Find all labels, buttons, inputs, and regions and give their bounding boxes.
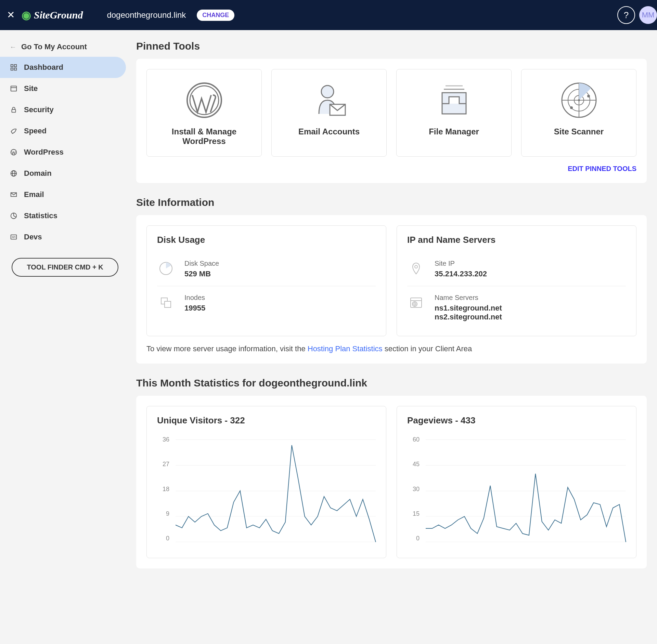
tool-icon (557, 80, 601, 121)
main-content: Pinned Tools Install & Manage WordPressE… (130, 30, 657, 579)
site-ip-icon (407, 260, 425, 277)
devs-icon (10, 233, 18, 241)
inodes-icon (157, 294, 175, 312)
ip-nameservers-title: IP and Name Servers (407, 235, 626, 245)
stats-card: Unique Visitors - 322 36271890 Pageviews… (136, 396, 647, 568)
server-usage-note: To view more server usage information, v… (146, 344, 636, 353)
speed-icon (10, 127, 18, 135)
svg-point-31 (415, 265, 417, 268)
logo-icon: ◉ (22, 9, 31, 22)
pinned-tool-card[interactable]: File Manager (396, 69, 512, 157)
logo-text: SiteGround (34, 9, 83, 21)
dashboard-icon (10, 63, 18, 71)
svg-rect-1 (14, 65, 16, 67)
y-axis-tick: 0 (157, 535, 173, 542)
sidebar-item-email[interactable]: Email (0, 184, 126, 205)
unique-visitors-panel: Unique Visitors - 322 36271890 (146, 406, 386, 558)
pinned-tool-card[interactable]: Site Scanner (521, 69, 636, 157)
tool-label: Site Scanner (554, 127, 604, 136)
disk-space-value: 529 MB (184, 270, 219, 278)
hosting-plan-statistics-link[interactable]: Hosting Plan Statistics (308, 344, 383, 353)
sidebar-item-statistics[interactable]: Statistics (0, 205, 126, 226)
site-info-title: Site Information (136, 197, 647, 208)
tool-icon (182, 80, 227, 121)
sidebar-item-wordpress[interactable]: WordPress (0, 142, 126, 163)
sidebar-item-label: Statistics (24, 211, 57, 220)
sidebar-item-label: Devs (24, 233, 42, 241)
site-icon (10, 84, 18, 93)
pageviews-chart: 604530150 (407, 436, 626, 549)
avatar[interactable]: MM (639, 6, 657, 24)
svg-point-27 (578, 99, 580, 101)
pinned-tools-card: Install & Manage WordPressEmail Accounts… (136, 59, 647, 183)
site-ip-label: Site IP (435, 260, 487, 267)
tool-label: File Manager (429, 127, 479, 136)
sidebar-item-devs[interactable]: Devs (0, 226, 126, 248)
pinned-tools-title: Pinned Tools (136, 40, 647, 52)
unique-visitors-chart: 36271890 (157, 436, 376, 549)
tool-finder-button[interactable]: TOOL FINDER CMD + K (12, 258, 118, 277)
pinned-tool-card[interactable]: Email Accounts (271, 69, 387, 157)
unique-visitors-title: Unique Visitors - 322 (157, 415, 376, 426)
y-axis-tick: 18 (157, 486, 173, 493)
sidebar-item-label: Site (24, 84, 38, 93)
sidebar-item-domain[interactable]: Domain (0, 163, 126, 184)
pageviews-title: Pageviews - 433 (407, 415, 626, 426)
disk-space-icon (157, 260, 175, 277)
go-back-label: Go To My Account (21, 42, 87, 51)
sidebar-item-label: Domain (24, 169, 52, 178)
site-info-card: Disk Usage Disk Space 529 MB (136, 215, 647, 364)
y-axis-tick: 0 (407, 535, 424, 542)
svg-rect-0 (11, 65, 13, 67)
sidebar-item-label: Speed (24, 127, 47, 135)
wordpress-icon (10, 148, 18, 156)
statistics-icon (10, 212, 18, 220)
arrow-left-icon: ← (10, 43, 16, 51)
sidebar-item-label: WordPress (24, 148, 64, 157)
sidebar-item-label: Dashboard (24, 63, 63, 72)
y-axis-tick: 27 (157, 461, 173, 468)
y-axis-tick: 36 (157, 436, 173, 443)
svg-rect-30 (165, 301, 171, 307)
svg-rect-3 (14, 68, 16, 70)
sidebar-item-site[interactable]: Site (0, 78, 126, 99)
nameserver-2: ns2.siteground.net (435, 313, 502, 321)
tool-label: Email Accounts (298, 127, 360, 136)
close-icon[interactable]: ✕ (7, 10, 15, 20)
tool-icon (307, 80, 351, 121)
logo[interactable]: ◉ SiteGround (22, 9, 83, 22)
y-axis-tick: 45 (407, 461, 424, 468)
svg-point-16 (321, 86, 334, 98)
tool-label: Install & Manage WordPress (154, 127, 255, 146)
disk-usage-title: Disk Usage (157, 235, 376, 245)
security-icon (10, 106, 18, 114)
top-header: ✕ ◉ SiteGround dogeontheground.link CHAN… (0, 0, 657, 30)
sidebar-item-speed[interactable]: Speed (0, 120, 126, 142)
ip-nameservers-panel: IP and Name Servers Site IP 35.214.233.2… (397, 225, 636, 336)
y-axis-tick: 9 (157, 510, 173, 517)
month-stats-title: This Month Statistics for dogeonthegroun… (136, 377, 647, 389)
pageviews-panel: Pageviews - 433 604530150 (397, 406, 636, 558)
sidebar-item-security[interactable]: Security (0, 99, 126, 120)
sidebar-item-dashboard[interactable]: Dashboard (0, 57, 126, 78)
inodes-value: 19955 (184, 304, 205, 313)
svg-point-26 (587, 95, 590, 97)
change-button[interactable]: CHANGE (197, 10, 234, 21)
domain-name: dogeontheground.link (107, 10, 186, 20)
svg-rect-2 (11, 68, 13, 70)
y-axis-tick: 60 (407, 436, 424, 443)
svg-point-25 (570, 106, 573, 109)
help-icon[interactable]: ? (617, 6, 635, 24)
sidebar-item-label: Security (24, 105, 54, 114)
site-ip-value: 35.214.233.202 (435, 270, 487, 278)
go-back-link[interactable]: ← Go To My Account (0, 37, 130, 57)
domain-icon (10, 169, 18, 178)
pinned-tool-card[interactable]: Install & Manage WordPress (146, 69, 262, 157)
nameservers-icon (407, 294, 425, 312)
nameserver-1: ns1.siteground.net (435, 304, 502, 313)
sidebar-item-label: Email (24, 190, 44, 199)
tool-icon (432, 80, 476, 121)
inodes-label: Inodes (184, 294, 205, 302)
edit-pinned-tools-link[interactable]: EDIT PINNED TOOLS (146, 165, 636, 173)
svg-rect-6 (12, 109, 16, 112)
